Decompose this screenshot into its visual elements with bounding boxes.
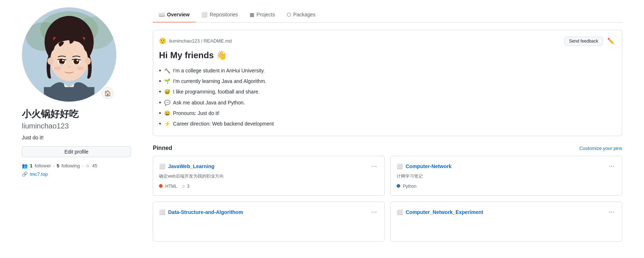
following-link[interactable]: 5 [57, 163, 59, 168]
readme-item-3: 💬 Ask me about Java and Python. [159, 98, 616, 107]
stars-count: 45 [92, 163, 97, 168]
star-icon: ☆ [86, 163, 90, 168]
readme-item-5-text: Career direction: Web backend developmen… [173, 119, 274, 128]
pin-card-1-title-row: ⬜ Computer-Network [397, 163, 452, 169]
following-count: 5 [57, 163, 59, 168]
people-icon: 👥 [22, 163, 28, 168]
pin-repo-link-3[interactable]: Computer_Network_Experiment [406, 209, 483, 215]
pin-card-1: ⬜ Computer-Network ⋯ 计网学习笔记 Python [390, 156, 622, 196]
repo-icon-0: ⬜ [159, 163, 165, 169]
readme-path: 🙂 liuminchao123 / README.md [159, 37, 232, 44]
readme-item-0-text: I'm a college student in AnHui Universit… [173, 66, 265, 75]
website-link[interactable]: lmc7.top [30, 171, 48, 177]
link-row: 🔗 lmc7.top [22, 171, 138, 177]
avatar [22, 7, 116, 102]
pin-lang-1: Python [397, 184, 417, 189]
pin-card-2-header: ⬜ Data-Structure-and-Algorithom ⋯ [159, 208, 378, 216]
readme-item-4-text: Pronouns: Just do it! [173, 109, 220, 118]
tab-projects[interactable]: ▦ Projects [244, 7, 281, 23]
lang-dot-python-1 [397, 184, 400, 188]
lang-dot-html-0 [159, 184, 163, 188]
readme-title: Hi My friends 👋 [159, 50, 616, 60]
send-feedback-button[interactable]: Send feedback [564, 37, 603, 45]
readme-item-3-emoji: 💬 [164, 98, 170, 107]
pinned-section-header: Pinned Customize your pins [153, 145, 622, 151]
tab-overview[interactable]: 📖 Overview [153, 7, 195, 23]
star-number-0: 3 [187, 184, 190, 189]
svg-point-19 [77, 67, 84, 70]
readme-item-0: 🔨 I'm a college student in AnHui Univers… [159, 66, 616, 75]
pin-repo-link-1[interactable]: Computer-Network [406, 163, 452, 169]
pin-lang-label-0: HTML [165, 184, 177, 189]
sidebar: 🏠 小火锅好好吃 liuminchao123 Just do it! Edit … [0, 7, 146, 251]
repositories-icon: ⬜ [201, 12, 207, 17]
readme-card: 🙂 liuminchao123 / README.md Send feedbac… [153, 30, 622, 136]
pin-repo-link-2[interactable]: Data-Structure-and-Algorithom [168, 209, 243, 215]
readme-item-2: 😅 I like programming, football and share… [159, 87, 616, 96]
pin-card-3: ⬜ Computer_Network_Experiment ⋯ [390, 202, 622, 242]
readme-item-1-emoji: 🌱 [164, 77, 170, 86]
bio: Just do it! [22, 135, 138, 140]
pin-menu-button-3[interactable]: ⋯ [607, 208, 616, 216]
readme-item-2-emoji: 😅 [164, 87, 170, 96]
readme-actions: Send feedback ✏️ [564, 36, 616, 46]
display-name: 小火锅好好吃 [22, 108, 138, 120]
pinned-grid: ⬜ JavaWeb_Learning ⋯ 确定web后端开发为我的职业方向 HT… [153, 156, 622, 242]
pin-lang-label-1: Python [403, 184, 416, 189]
repo-icon-3: ⬜ [397, 209, 403, 215]
repo-icon-1: ⬜ [397, 163, 403, 169]
pin-menu-button-1[interactable]: ⋯ [607, 162, 616, 170]
svg-point-18 [54, 67, 61, 70]
pin-card-2: ⬜ Data-Structure-and-Algorithom ⋯ [153, 202, 385, 242]
readme-item-5-emoji: ⚡ [164, 119, 170, 128]
tab-packages-label: Packages [293, 12, 315, 17]
main-content: 📖 Overview ⬜ Repositories ▦ Projects ⬡ P… [146, 7, 644, 251]
svg-point-8 [47, 57, 53, 65]
pin-card-2-title-row: ⬜ Data-Structure-and-Algorithom [159, 209, 243, 215]
repo-icon-2: ⬜ [159, 209, 165, 215]
followers-label: follower [35, 163, 51, 168]
pin-card-0-header: ⬜ JavaWeb_Learning ⋯ [159, 162, 378, 170]
edit-pencil-icon: ✏️ [607, 38, 615, 44]
readme-item-5: ⚡ Career direction: Web backend developm… [159, 119, 616, 128]
stats-separator-2: · [82, 163, 83, 168]
readme-item-1-text: I'm currently learning Java and Algorith… [173, 77, 266, 86]
pin-card-1-header: ⬜ Computer-Network ⋯ [397, 162, 616, 170]
readme-item-4: 😄 Pronouns: Just do it! [159, 109, 616, 118]
avatar-edit-button[interactable]: 🏠 [102, 87, 114, 99]
svg-point-9 [85, 57, 91, 65]
pin-description-1: 计网学习笔记 [397, 173, 616, 179]
packages-icon: ⬡ [287, 12, 291, 17]
readme-list: 🔨 I'm a college student in AnHui Univers… [159, 66, 616, 128]
link-icon: 🔗 [22, 171, 28, 177]
username: liuminchao123 [22, 122, 138, 130]
readme-item-4-emoji: 😄 [164, 109, 170, 118]
smiley-path-icon: 🙂 [159, 37, 166, 44]
readme-item-2-text: I like programming, football and share. [173, 87, 260, 96]
edit-readme-button[interactable]: ✏️ [606, 36, 616, 46]
tab-repositories[interactable]: ⬜ Repositories [195, 7, 244, 23]
customize-pins-link[interactable]: Customize your pins [579, 146, 622, 151]
pin-menu-button-2[interactable]: ⋯ [370, 208, 378, 216]
readme-header: 🙂 liuminchao123 / README.md Send feedbac… [159, 36, 616, 46]
svg-point-7 [50, 39, 88, 81]
avatar-wrapper: 🏠 [22, 7, 116, 102]
overview-icon: 📖 [159, 12, 165, 17]
pin-menu-button-0[interactable]: ⋯ [370, 162, 378, 170]
pin-card-3-title-row: ⬜ Computer_Network_Experiment [397, 209, 483, 215]
pin-stats-1: Python [397, 184, 616, 189]
readme-path-text: liuminchao123 / README.md [169, 38, 232, 44]
tab-projects-label: Projects [257, 12, 275, 17]
followers-link[interactable]: 1 [30, 163, 32, 168]
tab-packages[interactable]: ⬡ Packages [281, 7, 321, 23]
edit-profile-button[interactable]: Edit profile [22, 146, 131, 157]
pin-card-0-title-row: ⬜ JavaWeb_Learning [159, 163, 214, 169]
pin-repo-link-0[interactable]: JavaWeb_Learning [168, 163, 214, 169]
tab-overview-label: Overview [167, 12, 190, 17]
svg-rect-20 [44, 87, 95, 102]
followers-count: 1 [30, 163, 32, 168]
svg-point-21 [60, 63, 62, 66]
tab-repositories-label: Repositories [210, 12, 238, 17]
tab-nav: 📖 Overview ⬜ Repositories ▦ Projects ⬡ P… [153, 7, 622, 23]
readme-item-0-emoji: 🔨 [164, 66, 170, 75]
